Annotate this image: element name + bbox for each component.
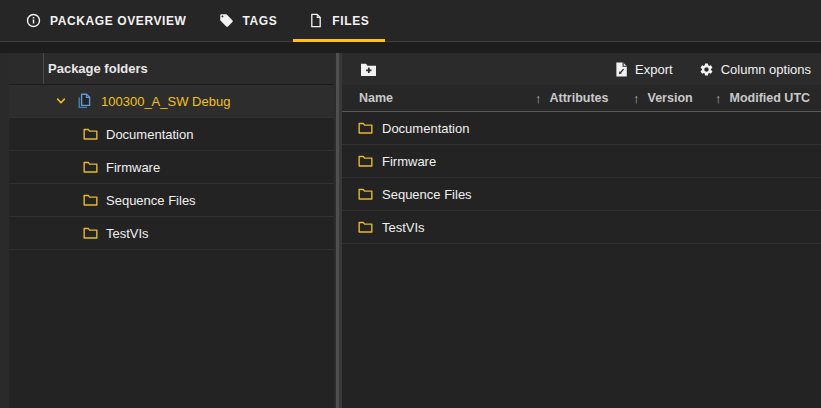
tree-item-firmware[interactable]: Firmware xyxy=(9,151,334,184)
tab-package-overview[interactable]: PACKAGE OVERVIEW xyxy=(10,0,203,41)
file-row-name: Documentation xyxy=(382,121,469,136)
column-header-attributes[interactable]: ↑ Attributes xyxy=(535,91,633,106)
package-copy-pages-icon xyxy=(76,93,92,109)
file-icon xyxy=(309,13,323,28)
files-panel: Export Column options Name ↑ Attributes … xyxy=(342,53,821,408)
left-gutter-rail xyxy=(0,53,9,408)
column-header-version[interactable]: ↑ Version xyxy=(633,91,715,106)
files-grid-header: Name ↑ Attributes ↑ Version ↑ Modified U… xyxy=(342,85,821,112)
folder-icon xyxy=(83,160,98,174)
header-spacer-cell xyxy=(9,53,44,84)
tree-item-label: Documentation xyxy=(106,127,193,142)
tree-root-label: 100300_A_SW Debug xyxy=(101,94,230,109)
file-row-name: Firmware xyxy=(382,154,436,169)
tab-tags[interactable]: TAGS xyxy=(203,0,294,41)
column-header-label: Version xyxy=(648,91,693,105)
files-toolbar: Export Column options xyxy=(342,53,821,85)
folder-icon xyxy=(358,154,373,168)
tree-item-label: Firmware xyxy=(106,160,160,175)
sort-arrow-icon[interactable]: ↑ xyxy=(535,91,542,106)
export-button[interactable]: Export xyxy=(615,62,673,77)
sort-arrow-icon[interactable]: ↑ xyxy=(715,91,722,106)
folder-icon xyxy=(358,121,373,135)
export-label: Export xyxy=(635,62,673,77)
folder-icon xyxy=(358,220,373,234)
tree-item-sequence-files[interactable]: Sequence Files xyxy=(9,184,334,217)
column-header-label: Modified UTC xyxy=(730,91,811,105)
folder-icon xyxy=(83,127,98,141)
sort-arrow-icon[interactable]: ↑ xyxy=(633,91,640,106)
column-header-name[interactable]: Name xyxy=(342,91,535,105)
new-folder-button[interactable] xyxy=(360,62,377,77)
tab-label: TAGS xyxy=(243,14,278,28)
tree-item-label: Sequence Files xyxy=(106,193,196,208)
tree-item-documentation[interactable]: Documentation xyxy=(9,118,334,151)
new-folder-icon xyxy=(360,62,377,77)
package-folders-header: Package folders xyxy=(9,53,334,85)
tag-icon xyxy=(219,13,234,28)
chevron-down-icon[interactable] xyxy=(55,95,67,107)
column-header-modified-utc[interactable]: ↑ Modified UTC xyxy=(715,91,821,106)
tab-label: PACKAGE OVERVIEW xyxy=(50,14,187,28)
column-options-button[interactable]: Column options xyxy=(699,62,811,77)
panel-splitter[interactable] xyxy=(334,53,342,408)
folder-icon xyxy=(83,226,98,240)
file-row-name: TestVIs xyxy=(382,220,425,235)
export-icon xyxy=(615,62,628,77)
package-folders-panel: Package folders 100300_A_SW Debug Docume… xyxy=(9,53,334,408)
folder-icon xyxy=(83,193,98,207)
file-row-documentation[interactable]: Documentation xyxy=(342,112,821,145)
file-row-firmware[interactable]: Firmware xyxy=(342,145,821,178)
tab-label: FILES xyxy=(332,14,369,28)
tab-files[interactable]: FILES xyxy=(293,0,385,41)
tree-item-label: TestVIs xyxy=(106,226,149,241)
info-icon xyxy=(26,13,41,28)
file-row-sequence-files[interactable]: Sequence Files xyxy=(342,178,821,211)
tree-root-package[interactable]: 100300_A_SW Debug xyxy=(9,85,334,118)
file-row-name: Sequence Files xyxy=(382,187,472,202)
toolbar-right-group: Export Column options xyxy=(615,62,811,77)
column-header-label: Attributes xyxy=(550,91,609,105)
package-folders-title: Package folders xyxy=(44,61,148,76)
tree-item-testvis[interactable]: TestVIs xyxy=(9,217,334,250)
gear-icon xyxy=(699,62,714,77)
file-row-testvis[interactable]: TestVIs xyxy=(342,211,821,244)
top-tab-bar: PACKAGE OVERVIEW TAGS FILES xyxy=(0,0,821,42)
column-options-label: Column options xyxy=(721,62,811,77)
folder-icon xyxy=(358,187,373,201)
